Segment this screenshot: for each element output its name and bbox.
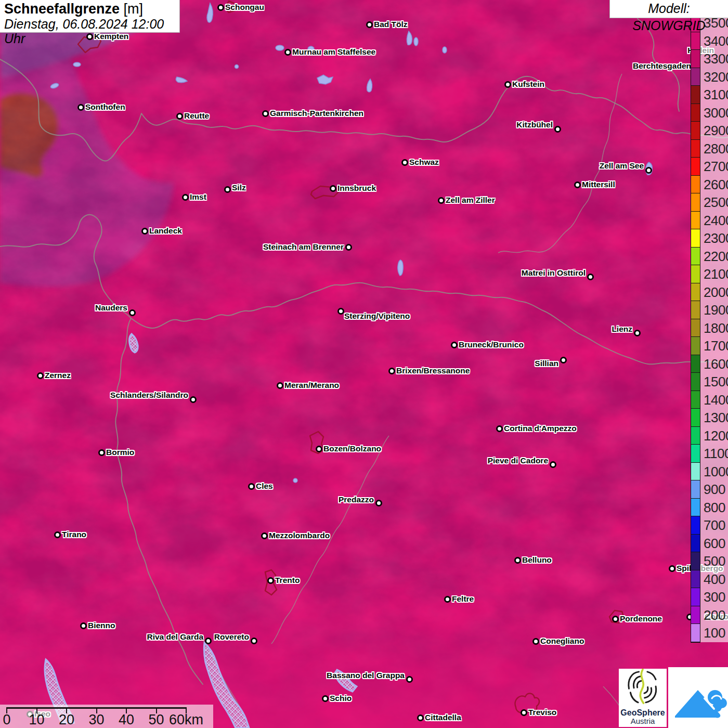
city-marker bbox=[554, 126, 561, 133]
city-marker bbox=[262, 110, 269, 117]
city-marker bbox=[693, 63, 699, 70]
city-label: Spilimbergo bbox=[677, 564, 723, 573]
mountain-cloud-icon bbox=[668, 667, 728, 728]
city-marker bbox=[224, 186, 231, 193]
city-marker bbox=[669, 565, 675, 572]
city-marker bbox=[205, 638, 212, 644]
city-label: Bormio bbox=[106, 448, 134, 457]
city-marker bbox=[612, 616, 619, 622]
scalebar-label: 10 bbox=[29, 712, 44, 728]
city-label: Steinach am Brenner bbox=[263, 242, 344, 251]
city-label: Nauders bbox=[95, 303, 127, 312]
city-label: Matrei in Osttirol bbox=[522, 268, 586, 277]
city-marker bbox=[37, 372, 44, 379]
city-marker bbox=[182, 194, 189, 201]
mountain-cloud-logo-box bbox=[668, 667, 728, 728]
city-label: Sonthofen bbox=[85, 102, 125, 111]
city-label: Bad Tölz bbox=[374, 20, 408, 29]
city-marker bbox=[217, 4, 224, 11]
city-marker bbox=[322, 695, 329, 702]
city-marker bbox=[451, 342, 458, 348]
city-label: Landeck bbox=[149, 226, 182, 235]
scalebar-label: 50 bbox=[148, 712, 164, 728]
city-label: Innsbruck bbox=[337, 184, 376, 192]
city-marker bbox=[251, 638, 257, 644]
city-marker bbox=[634, 330, 641, 336]
model-label-box: Modell: SNOWGRID bbox=[609, 0, 728, 18]
city-label: Trento bbox=[275, 576, 300, 584]
title-unit: [m] bbox=[124, 1, 144, 17]
city-label: Bienno bbox=[88, 621, 115, 630]
city-marker bbox=[406, 676, 413, 683]
city-label: Berchtesgaden bbox=[633, 61, 691, 70]
city-marker bbox=[129, 309, 136, 316]
city-marker bbox=[98, 449, 105, 456]
city-label: Mezzolombardo bbox=[269, 531, 330, 540]
city-marker bbox=[438, 197, 445, 204]
city-label: Riva del Garda bbox=[147, 632, 203, 641]
city-marker bbox=[550, 461, 556, 468]
geosphere-logo-name: GeoSphere bbox=[619, 708, 667, 717]
city-label: Imst bbox=[190, 192, 206, 201]
city-marker bbox=[504, 81, 511, 88]
city-marker bbox=[267, 577, 274, 584]
scalebar-label: 0 bbox=[3, 712, 10, 728]
city-markers-layer: SchongauBad TölzKemptenMurnau am Staffel… bbox=[0, 0, 728, 728]
page-title: Schneefallgrenze [m] bbox=[4, 1, 179, 17]
city-label: Cortina d'Ampezzo bbox=[504, 424, 577, 433]
city-label: Belluno bbox=[522, 555, 552, 564]
city-label: Treviso bbox=[528, 708, 556, 717]
scalebar-label: 60km bbox=[169, 712, 203, 728]
city-marker bbox=[80, 622, 87, 629]
city-marker bbox=[574, 181, 581, 188]
city-marker bbox=[54, 531, 61, 538]
city-marker bbox=[77, 104, 84, 111]
city-label: Zell am Ziller bbox=[446, 196, 495, 204]
city-label: Tirano bbox=[62, 530, 86, 539]
geosphere-logo-box: GeoSphere Austria bbox=[619, 669, 667, 727]
city-marker bbox=[645, 167, 652, 174]
city-label: Pordenone bbox=[620, 614, 662, 623]
city-label: Rovereto bbox=[214, 632, 249, 641]
city-marker bbox=[532, 638, 539, 645]
geosphere-contour-icon bbox=[622, 669, 663, 705]
map-title-box: Schneefallgrenze [m] Dienstag, 06.08.202… bbox=[0, 0, 180, 33]
city-label: Predazzo bbox=[339, 495, 374, 504]
scalebar-label: 30 bbox=[88, 712, 104, 728]
city-marker bbox=[141, 228, 148, 235]
city-label: Hallein bbox=[687, 46, 714, 55]
city-marker bbox=[444, 596, 451, 603]
city-label: Schwaz bbox=[409, 158, 439, 166]
geosphere-logo-country: Austria bbox=[619, 717, 667, 725]
title-parameter: Schneefallgrenze bbox=[4, 1, 120, 17]
city-marker bbox=[587, 274, 594, 280]
city-marker bbox=[388, 368, 395, 374]
city-marker bbox=[277, 382, 283, 389]
city-label: Zernez bbox=[45, 371, 71, 380]
city-marker bbox=[496, 425, 503, 432]
city-marker bbox=[521, 709, 527, 716]
city-label: Feltre bbox=[452, 594, 474, 603]
city-label: Schio bbox=[330, 694, 352, 703]
city-marker bbox=[337, 308, 344, 315]
city-label: Zell am See bbox=[600, 161, 644, 170]
scalebar-label: 20 bbox=[59, 712, 74, 728]
weather-map-screen: SchongauBad TölzKemptenMurnau am Staffel… bbox=[0, 0, 728, 728]
city-marker bbox=[330, 185, 336, 192]
city-label: Bassano del Grappa bbox=[327, 671, 405, 680]
city-label: Codroipo bbox=[705, 612, 728, 621]
city-label: Meran/Merano bbox=[284, 381, 339, 389]
city-label: Cittadella bbox=[425, 713, 461, 722]
map-scalebar: 0102030405060km bbox=[0, 705, 213, 728]
city-label: Garmisch-Partenkirchen bbox=[270, 109, 363, 118]
city-label: Sillian bbox=[535, 359, 558, 368]
city-marker bbox=[248, 483, 255, 490]
city-label: Sterzing/Vipiteno bbox=[344, 311, 410, 320]
city-marker bbox=[316, 446, 322, 452]
city-label: Conegliano bbox=[540, 636, 584, 645]
city-label: Pieve di Cadore bbox=[488, 456, 548, 465]
city-marker bbox=[190, 396, 197, 403]
city-marker bbox=[375, 500, 382, 506]
city-marker bbox=[366, 21, 373, 28]
city-label: Silz bbox=[232, 183, 246, 192]
